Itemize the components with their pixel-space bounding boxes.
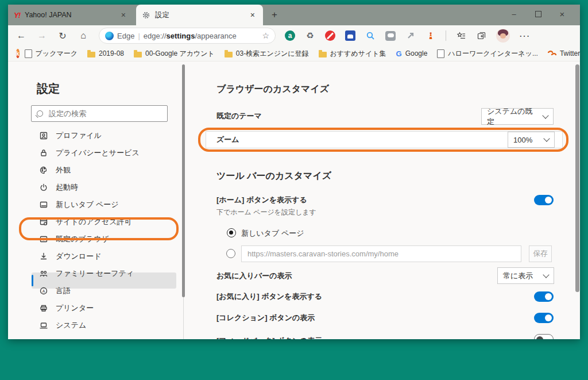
google-icon: G bbox=[396, 49, 402, 58]
page-scrollbar[interactable] bbox=[575, 64, 579, 292]
folder-icon bbox=[225, 52, 233, 57]
back-button[interactable]: ← bbox=[14, 30, 29, 41]
favbar-dropdown[interactable]: 常に表示 bbox=[497, 267, 554, 284]
system-icon bbox=[39, 321, 48, 330]
sidebar-item-printers[interactable]: プリンター bbox=[39, 300, 94, 316]
bookmark-item-google[interactable]: GGoogle bbox=[396, 49, 428, 58]
show-feedback-button-toggle[interactable] bbox=[534, 334, 554, 339]
sidebar-item-downloads[interactable]: ダウンロード bbox=[39, 248, 102, 264]
radio-new-tab-label: 新しいタブ ページ bbox=[241, 229, 304, 238]
sidebar-item-family-safety[interactable]: ファミリー セーフティ bbox=[39, 266, 134, 282]
recycle-extension-icon[interactable]: ♻ bbox=[305, 30, 315, 41]
bookmark-folder[interactable]: おすすめサイト集 bbox=[319, 49, 386, 59]
radio-custom-url[interactable] bbox=[226, 249, 235, 258]
folder-icon bbox=[134, 52, 142, 57]
bookmark-item-twitter[interactable]: Twitterの動画を保存... bbox=[548, 49, 580, 59]
bookmark-folder[interactable]: 00-Google アカウント bbox=[134, 49, 215, 59]
minimize-button[interactable]: – bbox=[502, 5, 526, 23]
browser-window: Y! Yahoo! JAPAN × 設定 × + – × ← → ↻ ⌂ Edg… bbox=[8, 5, 580, 339]
chevron-down-icon bbox=[543, 271, 549, 278]
sidebar-item-appearance[interactable]: 外観 bbox=[39, 162, 71, 178]
address-url: edge://settings/appearance bbox=[144, 32, 259, 40]
edge-logo-icon bbox=[105, 32, 114, 40]
line-app-icon[interactable] bbox=[385, 31, 396, 41]
settings-search-box[interactable] bbox=[31, 105, 168, 122]
share-arrow-icon[interactable] bbox=[405, 30, 416, 41]
sidebar-item-privacy[interactable]: プライバシーとサービス bbox=[39, 145, 140, 161]
refresh-button[interactable]: ↻ bbox=[55, 30, 70, 41]
section-title-customize-browser: ブラウザーのカスタマイズ bbox=[216, 83, 329, 95]
search-input[interactable] bbox=[48, 109, 162, 118]
show-favorites-button-toggle[interactable] bbox=[534, 291, 554, 302]
close-window-button[interactable]: × bbox=[550, 5, 574, 23]
adblock-icon[interactable] bbox=[325, 30, 335, 41]
home-button[interactable]: ⌂ bbox=[76, 30, 91, 41]
collections-icon[interactable] bbox=[476, 30, 486, 41]
power-icon bbox=[39, 183, 48, 192]
new-tab-button[interactable]: + bbox=[268, 8, 281, 22]
palette-icon bbox=[39, 166, 48, 175]
tab-bar: Y! Yahoo! JAPAN × 設定 × + – × bbox=[8, 5, 580, 25]
lighthouse-icon[interactable] bbox=[425, 30, 436, 41]
tab-yahoo-japan[interactable]: Y! Yahoo! JAPAN × bbox=[8, 5, 134, 25]
family-icon bbox=[39, 269, 48, 278]
sidebar-item-default-browser[interactable]: 既定のブラウザー bbox=[39, 231, 117, 247]
forward-button: → bbox=[34, 30, 49, 41]
settings-page: 設定 プロファイル プライバシーとサービス 外観 起動時 新しいタブ ページ bbox=[8, 62, 580, 339]
close-tab-icon[interactable]: × bbox=[248, 10, 257, 20]
favorite-star-icon[interactable]: ☆ bbox=[262, 31, 269, 40]
maximize-button[interactable] bbox=[526, 5, 550, 23]
tab-title: Yahoo! JAPAN bbox=[25, 11, 114, 19]
settings-menu-button[interactable]: ··· bbox=[520, 32, 531, 40]
download-icon bbox=[39, 252, 48, 261]
sidebar-item-new-tab[interactable]: 新しいタブ ページ bbox=[39, 197, 118, 213]
folder-icon bbox=[87, 52, 95, 57]
theme-dropdown[interactable]: システムの既定 bbox=[481, 108, 554, 125]
maximize-icon bbox=[535, 11, 541, 17]
profile-avatar[interactable] bbox=[496, 29, 510, 43]
bookmark-folder[interactable]: 03-検索エンジンに登録 bbox=[225, 49, 309, 59]
address-bar[interactable]: Edge | edge://settings/appearance ☆ bbox=[99, 28, 276, 44]
search-extension-icon[interactable] bbox=[365, 30, 376, 41]
navigation-toolbar: ← → ↻ ⌂ Edge | edge://settings/appearanc… bbox=[8, 25, 580, 46]
page-title: 設定 bbox=[37, 81, 60, 97]
folder-icon bbox=[319, 52, 327, 57]
close-tab-icon[interactable]: × bbox=[119, 10, 128, 20]
tab-settings[interactable]: 設定 × bbox=[136, 5, 263, 25]
default-browser-icon bbox=[39, 235, 48, 244]
favbar-label: お気に入りバーの表示 bbox=[216, 271, 292, 281]
amazon-assistant-icon[interactable]: a bbox=[285, 30, 295, 41]
home-url-input[interactable] bbox=[241, 245, 521, 262]
sidebar-item-profile[interactable]: プロファイル bbox=[39, 128, 102, 144]
favorites-hub-icon[interactable] bbox=[456, 30, 466, 41]
address-divider: | bbox=[138, 32, 140, 40]
search-icon bbox=[37, 110, 43, 117]
svg-text:A: A bbox=[42, 289, 45, 293]
new-tab-page-icon bbox=[39, 200, 48, 209]
k-badge-icon[interactable]: k bbox=[16, 49, 20, 58]
show-home-button-toggle[interactable] bbox=[534, 195, 554, 205]
site-permissions-icon bbox=[39, 217, 48, 227]
bookmark-item[interactable]: ブックマーク bbox=[25, 49, 78, 59]
radio-new-tab-page[interactable] bbox=[227, 228, 236, 237]
sidebar-scrollbar-track bbox=[183, 297, 184, 339]
sidebar-item-system[interactable]: システム bbox=[39, 317, 86, 333]
zoom-dropdown[interactable]: 100% bbox=[508, 132, 555, 148]
extensions-area: a ♻ ··· bbox=[285, 29, 531, 43]
twitter-save-icon bbox=[548, 50, 556, 57]
show-home-button-label: [ホーム] ボタンを表示する bbox=[216, 195, 307, 205]
sidebar-item-languages[interactable]: A 言語 bbox=[39, 283, 71, 299]
bookmark-item[interactable]: ハローワークインターネッ... bbox=[437, 49, 538, 59]
window-controls: – × bbox=[502, 5, 574, 23]
home-sub-label: 下でホーム ページを設定します bbox=[216, 208, 316, 217]
save-button[interactable]: 保存 bbox=[529, 245, 552, 262]
sidebar-item-site-permissions[interactable]: サイトのアクセス許可 bbox=[39, 214, 131, 230]
bookmark-folder[interactable]: 2019-08 bbox=[87, 49, 124, 57]
blue-app-icon[interactable] bbox=[345, 30, 355, 41]
show-collections-button-toggle[interactable] bbox=[534, 313, 554, 323]
sidebar-item-startup[interactable]: 起動時 bbox=[39, 179, 78, 195]
chevron-down-icon bbox=[542, 112, 548, 118]
sidebar-scrollbar[interactable] bbox=[182, 64, 185, 297]
show-favorites-button-label: [お気に入り] ボタンを表示する bbox=[216, 292, 322, 301]
show-collections-button-label: [コレクション] ボタンの表示 bbox=[216, 313, 315, 323]
